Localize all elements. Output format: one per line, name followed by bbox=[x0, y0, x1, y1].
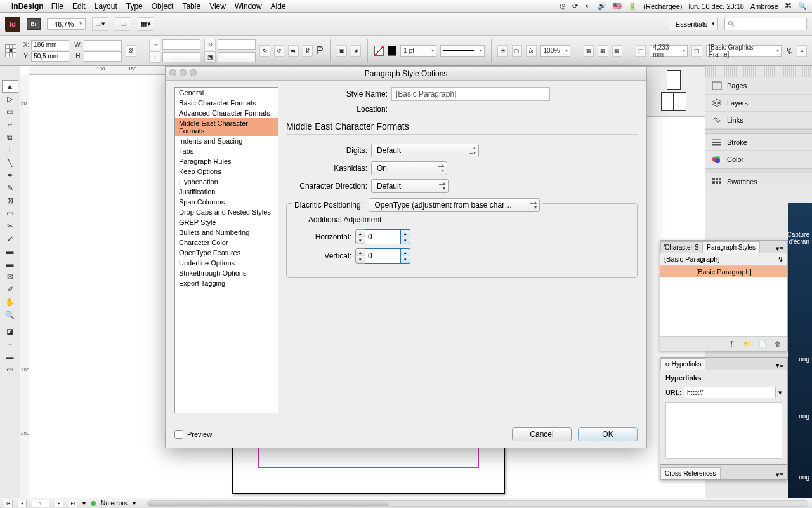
sync-icon[interactable]: ⟳ bbox=[572, 2, 578, 10]
digits-select[interactable]: Default▴▾ bbox=[371, 144, 479, 157]
url-input[interactable]: http:// bbox=[684, 387, 776, 398]
view-mode-toggle-icon[interactable]: ▭ bbox=[2, 363, 18, 376]
next-page-button[interactable]: ▸ bbox=[55, 500, 63, 507]
panel-menu-icon[interactable]: ▾≡ bbox=[772, 361, 787, 370]
hand-tool-icon[interactable]: ✋ bbox=[2, 296, 18, 309]
panel-menu-icon[interactable]: ▾≡ bbox=[772, 244, 787, 253]
free-transform-tool-icon[interactable]: ⤢ bbox=[2, 232, 18, 245]
step-down-icon[interactable]: ▾ bbox=[356, 237, 365, 244]
rectangle-frame-tool-icon[interactable]: ⊠ bbox=[2, 194, 18, 207]
minimize-icon[interactable] bbox=[180, 69, 187, 76]
url-dropdown-icon[interactable]: ▾ bbox=[778, 389, 782, 397]
note-tool-icon[interactable]: ✉ bbox=[2, 271, 18, 283]
hyperlinks-list[interactable] bbox=[665, 402, 782, 459]
corner-shape-icon[interactable]: ◰ bbox=[691, 45, 702, 57]
page-tool-icon[interactable]: ▭ bbox=[2, 105, 18, 118]
shear-input[interactable] bbox=[218, 52, 256, 62]
stroke-color[interactable] bbox=[388, 46, 397, 56]
vertical-ruler[interactable]: 50 200 250 bbox=[20, 75, 29, 498]
preflight-menu-icon[interactable]: ▾ bbox=[133, 500, 136, 507]
fill-color[interactable] bbox=[374, 46, 384, 56]
line-tool-icon[interactable]: ╲ bbox=[2, 156, 18, 169]
style-row-basic-paragraph[interactable]: [Basic Paragraph] bbox=[660, 266, 787, 277]
rectangle-tool-icon[interactable]: ▭ bbox=[2, 207, 18, 220]
quick-apply-inline-icon[interactable]: ↯ bbox=[778, 255, 783, 264]
category-underline-options[interactable]: Underline Options bbox=[175, 258, 278, 268]
category-tabs[interactable]: Tabs bbox=[175, 146, 278, 156]
gap-tool-icon[interactable]: ↔ bbox=[2, 118, 18, 131]
cancel-button[interactable]: Cancel bbox=[512, 427, 572, 441]
fill-stroke-swap-icon[interactable]: ◪ bbox=[2, 325, 18, 338]
new-style-icon[interactable]: 📄 bbox=[758, 339, 767, 348]
panel-menu-icon[interactable]: ▾≡ bbox=[772, 471, 787, 479]
close-icon[interactable] bbox=[169, 69, 176, 76]
horizontal-input[interactable] bbox=[365, 229, 401, 244]
eyedropper-tool-icon[interactable]: ✐ bbox=[2, 283, 18, 296]
clear-overrides-icon[interactable]: ¶ bbox=[728, 339, 737, 348]
open-docs-icon[interactable]: ▾ bbox=[82, 500, 86, 507]
cross-references-panel[interactable]: Cross-References ▾≡ bbox=[660, 465, 788, 480]
category-keep-options[interactable]: Keep Options bbox=[175, 166, 278, 177]
step-up-icon[interactable]: ▴ bbox=[356, 230, 365, 237]
page-thumb[interactable] bbox=[674, 92, 686, 111]
pages-panel-thumbs[interactable] bbox=[642, 66, 705, 117]
category-character-color[interactable]: Character Color bbox=[175, 237, 278, 248]
dock-color[interactable]: Color bbox=[705, 151, 812, 168]
status-icon[interactable]: ◷ bbox=[560, 2, 566, 10]
menu-table[interactable]: Table bbox=[182, 2, 200, 11]
text-wrap-shape-icon[interactable]: ▦ bbox=[612, 45, 622, 57]
category-paragraph-rules[interactable]: Paragraph Rules bbox=[175, 156, 278, 166]
flip-h-icon[interactable]: ⇋ bbox=[288, 45, 298, 57]
dock-links[interactable]: Links bbox=[705, 112, 812, 129]
text-wrap-none-icon[interactable]: ▦ bbox=[584, 45, 594, 57]
menu-file[interactable]: File bbox=[51, 2, 63, 11]
tab-cross-references[interactable]: Cross-References bbox=[660, 467, 721, 479]
category-span-columns[interactable]: Span Columns bbox=[175, 197, 278, 207]
workspace-select[interactable]: Essentials bbox=[669, 18, 718, 30]
content-collector-tool-icon[interactable]: ⧉ bbox=[2, 131, 18, 144]
select-content-icon[interactable]: ◈ bbox=[351, 45, 361, 57]
window-traffic-lights[interactable] bbox=[169, 69, 197, 76]
gradient-feather-tool-icon[interactable]: ▬ bbox=[2, 258, 18, 271]
help-search-input[interactable] bbox=[724, 18, 807, 30]
constrain-icon[interactable]: ⛓ bbox=[126, 45, 136, 57]
pencil-tool-icon[interactable]: ✎ bbox=[2, 182, 18, 194]
apply-color-icon[interactable]: ▬ bbox=[2, 351, 18, 363]
vertical-stepper[interactable]: ▴▾ ▴▾ bbox=[355, 248, 410, 264]
dock-swatches[interactable]: Swatches bbox=[705, 173, 812, 190]
quick-apply-icon[interactable]: ↯ bbox=[785, 46, 793, 56]
app-name[interactable]: InDesign bbox=[11, 2, 44, 11]
corner-options-icon[interactable]: ◲ bbox=[636, 45, 646, 57]
arrange-docs-icon[interactable]: ▦▾ bbox=[138, 17, 154, 31]
preflight-status-text[interactable]: No errors bbox=[101, 500, 128, 507]
vertical-input[interactable] bbox=[365, 248, 401, 264]
panel-close-icon[interactable]: × bbox=[663, 242, 667, 249]
category-justification[interactable]: Justification bbox=[175, 187, 278, 197]
gradient-swatch-tool-icon[interactable]: ▬ bbox=[2, 245, 18, 258]
preview-checkbox[interactable] bbox=[174, 430, 183, 439]
styles-panel[interactable]: × Character S Paragraph Styles ▾≡ [Basic… bbox=[660, 240, 788, 351]
default-fill-stroke-icon[interactable]: ▫ bbox=[2, 338, 18, 351]
wifi-icon[interactable]: ᯤ bbox=[584, 3, 591, 10]
drop-shadow-icon[interactable]: ▢ bbox=[512, 45, 522, 57]
rotate-cw-icon[interactable]: ↻ bbox=[259, 45, 270, 57]
flip-v-icon[interactable]: ⇵ bbox=[303, 45, 313, 57]
menu-aide[interactable]: Aide bbox=[271, 2, 286, 11]
select-container-icon[interactable]: ▣ bbox=[337, 45, 347, 57]
dock-stroke[interactable]: Stroke bbox=[705, 134, 812, 151]
pen-tool-icon[interactable]: ✒ bbox=[2, 169, 18, 182]
horizontal-scrollbar[interactable] bbox=[147, 500, 808, 507]
h-input[interactable] bbox=[84, 51, 122, 62]
category-export-tagging[interactable]: Export Tagging bbox=[175, 278, 278, 288]
scale-y-input[interactable] bbox=[162, 52, 200, 62]
w-input[interactable] bbox=[84, 40, 122, 50]
bluetooth-icon[interactable]: ⌘ bbox=[785, 2, 792, 10]
menu-window[interactable]: Window bbox=[235, 2, 262, 11]
tab-paragraph-styles[interactable]: Paragraph Styles bbox=[702, 241, 760, 253]
menu-layout[interactable]: Layout bbox=[95, 2, 117, 11]
last-page-button[interactable]: ▸I bbox=[69, 500, 77, 507]
dock-pages[interactable]: Pages bbox=[705, 77, 812, 95]
tab-character-styles[interactable]: Character S bbox=[660, 241, 703, 253]
horizontal-stepper[interactable]: ▴▾ ▴▾ bbox=[355, 229, 410, 244]
spotlight-icon[interactable]: 🔍 bbox=[798, 2, 807, 10]
